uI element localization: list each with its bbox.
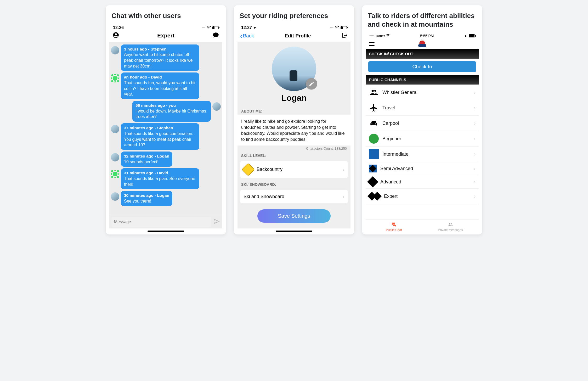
profile-icon[interactable]: [112, 32, 119, 40]
back-button[interactable]: ‹ Back: [240, 32, 254, 39]
profile-content[interactable]: Logan ABOUT ME: I really like to hike an…: [238, 42, 350, 228]
message-bubble: 32 minutes ago - Logan 10 sounds perfect…: [121, 152, 172, 167]
status-time: 12:26: [113, 25, 124, 30]
people-icon: [369, 87, 379, 97]
message-text: That sounds fun, would you want to hit c…: [124, 80, 196, 97]
chevron-right-icon: ›: [343, 166, 344, 172]
message-row: 37 minutes ago - Stephen That sounds lik…: [111, 123, 221, 150]
status-time: 5:55 PM: [420, 34, 434, 38]
wifi-icon: [335, 26, 339, 30]
discipline-field[interactable]: Ski and Snowboard ›: [240, 190, 348, 204]
message-row: 3 hours ago - Stephen Anyone want to hit…: [111, 44, 221, 71]
tab-label: Public Chat: [386, 228, 402, 232]
profile-screen-card: Set your riding preferences 12:27 ➤ ••••…: [234, 5, 354, 234]
message-row: 56 minutes ago - you I would be down. Ma…: [111, 101, 221, 122]
channel-label: Semi Advanced: [380, 166, 413, 171]
avatar-icon[interactable]: [212, 102, 221, 111]
chevron-right-icon: ›: [474, 179, 476, 185]
home-indicator[interactable]: [148, 231, 184, 232]
status-time: 12:27: [241, 25, 252, 30]
message-meta: 32 minutes ago - Logan: [124, 154, 169, 159]
chevron-right-icon: ›: [474, 121, 476, 126]
skill-level-label: SKILL LEVEL:: [238, 151, 350, 159]
skill-level-field[interactable]: Backcountry ›: [240, 161, 348, 178]
avatar-icon[interactable]: [111, 74, 119, 82]
send-icon[interactable]: [211, 218, 220, 226]
chevron-right-icon: ›: [474, 194, 476, 199]
chat-body[interactable]: 3 hours ago - Stephen Anyone want to hit…: [109, 42, 222, 215]
message-bubble: 3 hours ago - Stephen Anyone want to hit…: [121, 44, 199, 71]
channel-row-whistler-general[interactable]: Whistler General ›: [366, 85, 479, 100]
chat-topbar: Expert: [109, 31, 222, 42]
message-text: Anyone want to hit some chutes off peak …: [124, 52, 196, 69]
channels-card-title: Talk to riders of different abilities an…: [366, 10, 479, 32]
avatar-icon[interactable]: [111, 153, 119, 161]
channel-label: Advanced: [380, 179, 401, 185]
channels-screen-card: Talk to riders of different abilities an…: [362, 5, 482, 234]
hamburger-menu-icon[interactable]: [369, 42, 375, 46]
chat-card-title: Chat with other users: [109, 10, 222, 24]
wifi-icon: [207, 26, 211, 30]
carrier-label: Carrier: [375, 34, 385, 38]
channel-row-advanced[interactable]: Advanced ›: [366, 175, 479, 189]
message-bubble: 30 minutes ago - Logan See you there!: [121, 191, 172, 206]
message-input[interactable]: [111, 217, 211, 227]
app-logo-icon: [418, 41, 426, 47]
status-bar: ••••• Carrier 5:55 PM ➤: [366, 32, 479, 39]
home-indicator[interactable]: [276, 231, 312, 232]
channel-row-intermediate[interactable]: Intermediate ›: [366, 147, 479, 162]
skill-level-value: Backcountry: [257, 167, 282, 172]
checkin-wrap: Check In: [366, 59, 479, 75]
message-text: That sounds like a plan. See everyone th…: [124, 176, 196, 187]
about-me-text[interactable]: I really like to hike and go explore loo…: [238, 115, 350, 145]
battery-icon: [469, 34, 475, 37]
about-me-label: ABOUT ME:: [238, 107, 350, 115]
message-bubble: 37 minutes ago - Stephen That sounds lik…: [121, 123, 199, 150]
logout-icon[interactable]: [342, 32, 348, 40]
channel-row-semi-advanced[interactable]: Semi Advanced ›: [366, 162, 479, 175]
channel-row-carpool[interactable]: Carpool ›: [366, 116, 479, 131]
wifi-icon: [386, 34, 390, 38]
signal-dots-icon: •••••: [369, 34, 374, 38]
chat-phone-screen: 12:26 •••• Expert 3 hours ago - S: [109, 24, 222, 233]
avatar-icon[interactable]: [111, 46, 119, 54]
chat-bubble-icon[interactable]: [212, 32, 219, 40]
channel-label: Carpool: [382, 121, 399, 126]
message-row: an hour ago - David That sounds fun, wou…: [111, 72, 221, 99]
profile-name: Logan: [238, 93, 350, 103]
channel-label: Beginner: [382, 136, 401, 142]
avatar-icon[interactable]: [111, 192, 119, 201]
message-row: 30 minutes ago - Logan See you there!: [111, 191, 221, 206]
profile-picture-wrap: [272, 47, 316, 91]
profile-phone-screen: 12:27 ➤ •••• ‹ Back Edit Profile: [238, 24, 350, 233]
message-bubble: an hour ago - David That sounds fun, wou…: [121, 72, 199, 99]
channel-row-travel[interactable]: Travel ›: [366, 100, 479, 116]
nav-title: Edit Profile: [285, 33, 311, 39]
chevron-right-icon: ›: [474, 105, 476, 111]
tab-public-chat[interactable]: Public Chat: [366, 222, 422, 232]
message-text: 10 sounds perfect!: [124, 159, 169, 165]
channel-label: Whistler General: [382, 90, 417, 95]
channel-row-expert[interactable]: Expert ›: [366, 189, 479, 204]
channel-label: Expert: [384, 194, 398, 199]
double-black-diamond-icon: [369, 191, 380, 201]
save-settings-button[interactable]: Save Settings: [257, 209, 331, 223]
battery-icon: [341, 26, 347, 29]
tab-private-messages[interactable]: Private Messages: [422, 222, 479, 232]
blue-black-diamond-icon: [369, 165, 377, 172]
chat-input-row: [109, 215, 222, 228]
message-meta: 30 minutes ago - Logan: [124, 193, 169, 198]
message-meta: 31 minutes ago - David: [124, 170, 196, 176]
tab-bar: Public Chat Private Messages: [366, 219, 479, 233]
message-text: I would be down. Maybe hit Christmas tre…: [135, 108, 208, 120]
green-circle-icon: [369, 134, 379, 144]
checkin-button[interactable]: Check In: [368, 61, 476, 72]
status-bar: 12:27 ➤ ••••: [238, 24, 350, 31]
plane-icon: [369, 103, 379, 113]
edit-photo-button[interactable]: [306, 78, 317, 89]
avatar-icon[interactable]: [111, 125, 119, 133]
avatar-icon[interactable]: [111, 170, 119, 178]
chat-screen-card: Chat with other users 12:26 •••• Expert: [106, 5, 226, 234]
profile-card-title: Set your riding preferences: [238, 10, 350, 24]
channel-row-beginner[interactable]: Beginner ›: [366, 131, 479, 147]
